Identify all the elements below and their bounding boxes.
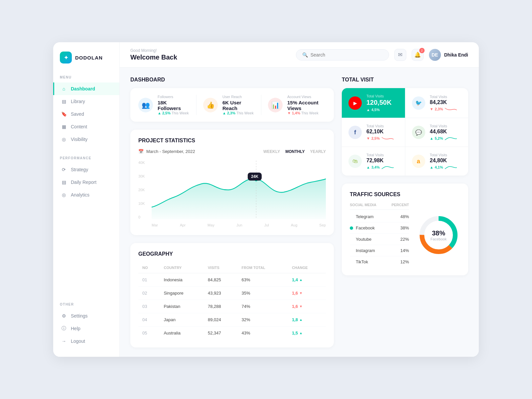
- header: Good Morning! Welcome Back 🔍 ✉ 🔔 2 DE Dh…: [120, 42, 479, 67]
- settings-icon: ⚙: [61, 313, 67, 319]
- stat-followers: 👥 Followers 18K Followers ▲ 2,5% This We…: [138, 95, 197, 115]
- account-views-icon: 📊: [268, 98, 283, 112]
- reach-change: ▲ 2,3% This Week: [222, 111, 254, 115]
- greeting-text: Good Morning!: [130, 48, 177, 53]
- visit-card-facebook: f Total Visits 62,10K ▼ 2,5%: [342, 118, 405, 147]
- cell-change: 1,8 ▲: [288, 313, 326, 327]
- table-row: 02 Singapore 43,923 35% 1,6 ▼: [138, 287, 326, 300]
- chart-y-labels: 0 10K 20K 30K 40K: [138, 161, 149, 219]
- traffic-row: Youtube 22%: [350, 234, 409, 245]
- col-visits: VISITS: [204, 262, 238, 273]
- user-profile[interactable]: DE Dhika Endi: [429, 49, 468, 61]
- cell-visits: 89,024: [204, 313, 238, 327]
- sidebar-item-logout[interactable]: → Logout: [53, 335, 119, 347]
- app-container: ✦ DODOLAN MENU ⌂ Dashboard ▤ Library 🔖 S…: [53, 42, 479, 357]
- traffic-rows: Telegram 48% Facebook 38% Youtube 22% In…: [350, 211, 409, 267]
- platform-dot: [350, 238, 353, 241]
- cell-visits: 43,923: [204, 287, 238, 300]
- total-visit-title: TOTAL VISIT: [342, 77, 468, 83]
- sidebar-item-content[interactable]: ▦ Content: [53, 120, 119, 133]
- amazon-icon: a: [412, 155, 425, 168]
- cell-country: Indonesia: [160, 273, 204, 287]
- cell-no: 04: [138, 313, 160, 327]
- traffic-list: SOCIAL MEDIA PERCENT Telegram 48% Facebo…: [350, 203, 409, 267]
- visit-change: ▼ 2,5%: [366, 136, 394, 141]
- mail-button[interactable]: ✉: [394, 49, 406, 61]
- visit-change: ▲ 3,4%: [366, 165, 394, 170]
- notification-button[interactable]: 🔔 2: [412, 49, 424, 61]
- up-arrow-icon: ▲: [366, 108, 370, 112]
- chart-wrapper: 0 10K 20K 30K 40K: [138, 161, 326, 227]
- facebook-icon: f: [348, 126, 362, 139]
- sidebar-item-settings[interactable]: ⚙ Settings: [53, 310, 119, 322]
- visit-card-shopify: 🛍 Total Visits 72,98K ▲ 3,4%: [342, 147, 405, 176]
- performance-section-label: PERFORMANCE: [53, 156, 119, 163]
- period-monthly[interactable]: MONTHLY: [285, 149, 305, 154]
- sidebar-item-saved[interactable]: 🔖 Saved: [53, 108, 119, 120]
- search-input[interactable]: [311, 52, 383, 58]
- cell-country: Pakistan: [160, 300, 204, 313]
- visit-card-twitter: 🐦 Total Visits 84,23K ▼ 2,3%: [405, 88, 468, 118]
- home-icon: ⌂: [61, 86, 67, 92]
- header-welcome: Good Morning! Welcome Back: [130, 48, 177, 61]
- visibility-icon: ◎: [61, 136, 67, 142]
- cell-change: 1,6 ▼: [288, 287, 326, 300]
- search-icon: 🔍: [302, 52, 308, 58]
- analytics-icon: ◎: [61, 192, 67, 198]
- donut-chart: 38% Facebook: [417, 213, 460, 257]
- traffic-sources-card: TRAFFIC SOURCES SOCIAL MEDIA PERCENT Tel…: [342, 184, 468, 275]
- visit-value: 84,23K: [430, 99, 458, 105]
- visit-label: Total Visits: [430, 124, 458, 128]
- table-row: 04 Japan 89,024 32% 1,8 ▲: [138, 313, 326, 327]
- cell-from-total: 43%: [238, 327, 288, 340]
- followers-change: ▲ 2,5% This Week: [158, 111, 190, 115]
- logo-icon: ✦: [60, 52, 72, 64]
- donut-percent: 38%: [431, 229, 447, 237]
- cell-no: 05: [138, 327, 160, 340]
- sidebar-item-strategy[interactable]: ⟳ Strategy: [53, 163, 119, 176]
- cell-no: 01: [138, 273, 160, 287]
- sidebar-item-daily-report[interactable]: ▤ Daily Report: [53, 176, 119, 189]
- traffic-row: Instagram 14%: [350, 245, 409, 256]
- sidebar-item-library[interactable]: ▤ Library: [53, 95, 119, 108]
- reach-value: 6K User Reach: [222, 100, 254, 111]
- cell-country: Australia: [160, 327, 204, 340]
- visit-change: ▲ 4,5%: [366, 108, 392, 112]
- period-yearly[interactable]: YEARLY: [310, 149, 326, 154]
- period-weekly[interactable]: WEEKLY: [263, 149, 280, 154]
- visit-card-youtube: ▶ Total Visits 120,50K ▲ 4,5%: [342, 88, 405, 118]
- down-arrow-icon: ▼: [287, 111, 291, 115]
- cell-country: Japan: [160, 313, 204, 327]
- right-column: TOTAL VISIT ▶ Total Visits 120,50K ▲ 4,5…: [342, 77, 468, 347]
- cell-no: 02: [138, 287, 160, 300]
- avatar: DE: [429, 49, 441, 61]
- stat-account-views: 📊 Account Views 15% Account Views ▼ 1,4%…: [261, 95, 326, 115]
- cell-change: 1,5 ▲: [288, 327, 326, 340]
- table-row: 05 Australia 52,347 43% 1,5 ▲: [138, 327, 326, 340]
- sidebar-item-visibility[interactable]: ◎ Visibility: [53, 133, 119, 146]
- col-no: NO: [138, 262, 160, 273]
- sidebar-item-analytics[interactable]: ◎ Analytics: [53, 189, 119, 201]
- sidebar-item-help[interactable]: ⓘ Help: [53, 322, 119, 335]
- report-icon: ▤: [61, 179, 67, 185]
- followers-value: 18K Followers: [158, 100, 190, 111]
- visit-value: 44,68K: [430, 129, 458, 135]
- down-arrow-icon: ▼: [366, 136, 370, 140]
- down-arrow-icon: ▼: [430, 107, 434, 111]
- help-icon: ⓘ: [61, 326, 67, 332]
- logo-text: DODOLAN: [75, 55, 103, 61]
- up-arrow-icon: ▲: [430, 165, 434, 169]
- visit-cards-grid: ▶ Total Visits 120,50K ▲ 4,5% 🐦 Total Vi…: [342, 88, 468, 176]
- visit-label: Total Visits: [430, 95, 458, 99]
- project-stats-title: PROJECT STATISTICS: [138, 138, 326, 144]
- traffic-content: SOCIAL MEDIA PERCENT Telegram 48% Facebo…: [350, 203, 460, 267]
- traffic-percent: 12%: [400, 259, 409, 264]
- search-box[interactable]: 🔍: [296, 49, 389, 61]
- user-name: Dhika Endi: [444, 52, 468, 58]
- traffic-percent: 38%: [400, 225, 409, 230]
- total-visit-grid: ▶ Total Visits 120,50K ▲ 4,5% 🐦 Total Vi…: [342, 88, 468, 176]
- cell-no: 03: [138, 300, 160, 313]
- sidebar-item-dashboard[interactable]: ⌂ Dashboard: [53, 82, 119, 95]
- table-row: 03 Pakistan 78,288 74% 1,6 ▼: [138, 300, 326, 313]
- platform-dot: [350, 215, 353, 218]
